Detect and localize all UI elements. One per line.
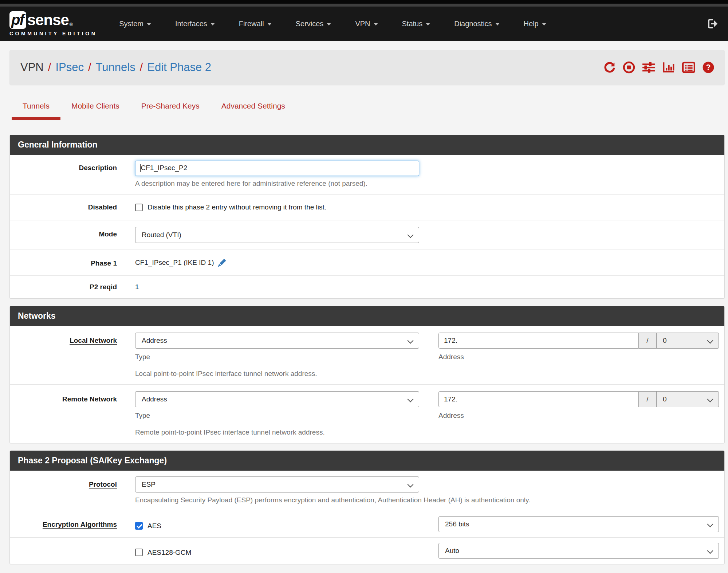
chart-bar-icon[interactable] bbox=[662, 61, 675, 74]
remote-network-address-input[interactable] bbox=[438, 391, 639, 407]
local-network-prefix-select[interactable]: 0 bbox=[657, 333, 719, 349]
disabled-checkbox[interactable] bbox=[135, 204, 143, 211]
menu-item-services[interactable]: Services bbox=[284, 20, 343, 28]
encryption-row-aes: Encryption Algorithms AES 256 bits bbox=[10, 511, 724, 537]
local-address-caption: Address bbox=[438, 353, 719, 361]
aes-keylen-select[interactable]: 256 bits bbox=[438, 516, 719, 532]
sign-out-icon[interactable] bbox=[707, 18, 719, 30]
pfsense-edit-phase2-page: pf sense ® COMMUNITY EDITION System Inte… bbox=[0, 0, 728, 573]
menu-item-firewall[interactable]: Firewall bbox=[227, 20, 284, 28]
description-input[interactable] bbox=[135, 161, 419, 176]
pfsense-logo[interactable]: pf sense ® COMMUNITY EDITION bbox=[9, 11, 97, 36]
chevron-down-icon bbox=[495, 23, 500, 25]
menu-item-interfaces[interactable]: Interfaces bbox=[163, 20, 227, 28]
phase1-row: Phase 1 CF1_IPsec_P1 (IKE ID 1) bbox=[10, 250, 724, 275]
top-navbar: pf sense ® COMMUNITY EDITION System Inte… bbox=[0, 7, 728, 41]
local-network-type-select[interactable]: Address bbox=[135, 333, 419, 349]
encryption-row-aes128gcm: AES128-GCM Auto bbox=[10, 537, 724, 564]
remote-network-type-select[interactable]: Address bbox=[135, 391, 419, 407]
p2reqid-label: P2 reqid bbox=[10, 283, 135, 291]
remote-network-help: Remote point-to-point IPsec interface tu… bbox=[135, 428, 724, 436]
aes-checkbox[interactable] bbox=[135, 522, 143, 530]
breadcrumb: VPN / IPsec / Tunnels / Edit Phase 2 bbox=[20, 61, 211, 74]
remote-address-caption: Address bbox=[438, 412, 719, 420]
mode-select[interactable]: Routed (VTI) bbox=[135, 227, 419, 243]
panel-header-proposal: Phase 2 Proposal (SA/Key Exchange) bbox=[10, 451, 724, 471]
menu-item-diagnostics[interactable]: Diagnostics bbox=[442, 20, 511, 28]
tab-mobile-clients[interactable]: Mobile Clients bbox=[60, 102, 130, 120]
tab-advanced-settings[interactable]: Advanced Settings bbox=[210, 102, 296, 120]
description-row: Description CF1_IPsec_P2 A description m… bbox=[10, 155, 724, 194]
aes-label: AES bbox=[147, 522, 161, 530]
chevron-down-icon bbox=[327, 23, 331, 25]
breadcrumb-link-edit-phase2[interactable]: Edit Phase 2 bbox=[147, 61, 211, 74]
main-menu: System Interfaces Firewall Services VPN … bbox=[107, 20, 558, 28]
log-list-icon[interactable] bbox=[682, 61, 695, 74]
svg-text:?: ? bbox=[706, 63, 711, 72]
aes128gcm-keylen-select[interactable]: Auto bbox=[438, 543, 719, 559]
p2reqid-value: 1 bbox=[135, 283, 724, 291]
networks-panel: Networks Local Network Address / 0 bbox=[9, 306, 725, 443]
chevron-down-icon bbox=[374, 23, 378, 25]
page-action-icons: ? bbox=[603, 61, 715, 74]
local-type-caption: Type bbox=[135, 353, 419, 361]
local-network-label: Local Network bbox=[10, 333, 135, 378]
slash-addon: / bbox=[639, 391, 657, 407]
aes128gcm-checkbox[interactable] bbox=[135, 549, 143, 556]
logo-pf-box: pf bbox=[9, 11, 26, 29]
slash-addon: / bbox=[639, 333, 657, 349]
protocol-select[interactable]: ESP bbox=[135, 476, 419, 492]
phase2-proposal-panel: Phase 2 Proposal (SA/Key Exchange) Proto… bbox=[9, 451, 725, 564]
general-information-panel: General Information Description CF1_IPse… bbox=[9, 135, 725, 299]
window-top-strip bbox=[0, 0, 728, 4]
section-tabs: Tunnels Mobile Clients Pre-Shared Keys A… bbox=[12, 102, 728, 120]
tab-pre-shared-keys[interactable]: Pre-Shared Keys bbox=[130, 102, 210, 120]
help-circle-icon[interactable]: ? bbox=[702, 61, 715, 74]
disabled-row: Disabled Disable this phase 2 entry with… bbox=[10, 194, 724, 220]
mode-label: Mode bbox=[10, 227, 135, 243]
mode-row: Mode Routed (VTI) bbox=[10, 220, 724, 250]
breadcrumb-link-ipsec[interactable]: IPsec bbox=[55, 61, 84, 74]
local-network-row: Local Network Address / 0 Type bbox=[10, 326, 724, 384]
local-network-help: Local point-to-point IPsec interface tun… bbox=[135, 370, 724, 378]
breadcrumb-bar: VPN / IPsec / Tunnels / Edit Phase 2 bbox=[9, 50, 725, 85]
aes128gcm-label: AES128-GCM bbox=[147, 549, 191, 557]
chevron-down-icon bbox=[267, 23, 272, 25]
refresh-icon[interactable] bbox=[603, 61, 616, 74]
sliders-icon[interactable] bbox=[642, 61, 655, 74]
window-title-strip bbox=[0, 4, 728, 7]
panel-header-general: General Information bbox=[10, 135, 724, 155]
chevron-down-icon bbox=[147, 23, 151, 25]
logo-subtitle: COMMUNITY EDITION bbox=[9, 31, 97, 36]
logo-registered-mark: ® bbox=[70, 22, 73, 27]
description-label: Description bbox=[10, 161, 135, 188]
phase1-label: Phase 1 bbox=[10, 258, 135, 267]
tab-tunnels[interactable]: Tunnels bbox=[12, 102, 60, 120]
menu-item-vpn[interactable]: VPN bbox=[343, 20, 390, 28]
menu-item-status[interactable]: Status bbox=[390, 20, 442, 28]
remote-network-row: Remote Network Address / 0 Type bbox=[10, 384, 724, 443]
chevron-down-icon bbox=[210, 23, 215, 25]
breadcrumb-root: VPN bbox=[20, 61, 44, 74]
breadcrumb-link-tunnels[interactable]: Tunnels bbox=[96, 61, 135, 74]
menu-item-system[interactable]: System bbox=[107, 20, 163, 28]
phase1-value: CF1_IPsec_P1 (IKE ID 1) bbox=[135, 259, 214, 267]
menu-item-help[interactable]: Help bbox=[512, 20, 558, 28]
pencil-icon[interactable] bbox=[217, 258, 227, 267]
local-network-address-input[interactable] bbox=[438, 333, 639, 349]
chevron-down-icon bbox=[542, 23, 546, 25]
remote-type-caption: Type bbox=[135, 412, 419, 420]
protocol-row: Protocol ESP Encapsulating Security Payl… bbox=[10, 471, 724, 511]
chevron-down-icon bbox=[426, 23, 430, 25]
disabled-label: Disabled bbox=[10, 203, 135, 211]
panel-header-networks: Networks bbox=[10, 306, 724, 326]
remote-network-label: Remote Network bbox=[10, 391, 135, 436]
protocol-label: Protocol bbox=[10, 476, 135, 504]
p2reqid-row: P2 reqid 1 bbox=[10, 275, 724, 298]
remote-network-prefix-select[interactable]: 0 bbox=[657, 391, 719, 407]
description-help: A description may be entered here for ad… bbox=[135, 180, 724, 188]
disabled-checkbox-label: Disable this phase 2 entry without remov… bbox=[147, 203, 326, 211]
logo-sense-text: sense bbox=[27, 11, 69, 29]
encryption-algorithms-label: Encryption Algorithms bbox=[10, 516, 135, 532]
stop-circle-icon[interactable] bbox=[623, 61, 635, 74]
